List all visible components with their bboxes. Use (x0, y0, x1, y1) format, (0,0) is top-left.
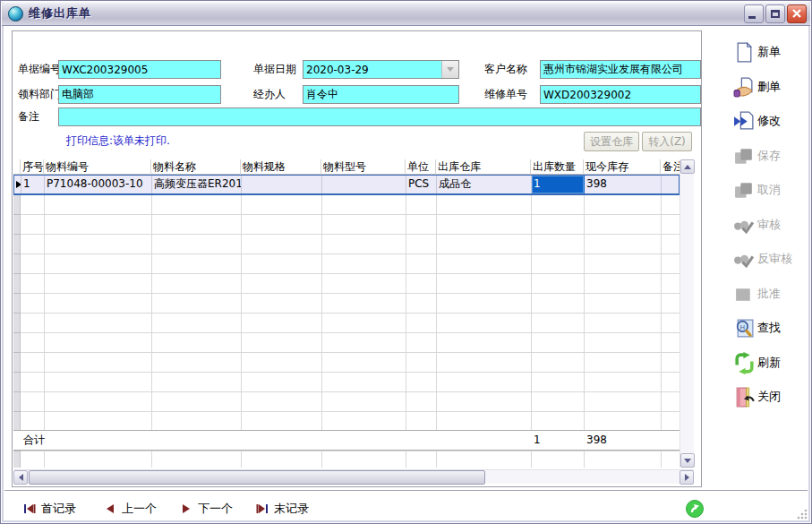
titlebar[interactable]: 维修出库单 (2, 2, 810, 26)
cell-seq[interactable]: 1 (21, 176, 45, 193)
previous-record-icon (103, 502, 117, 516)
cell-remark[interactable] (662, 176, 680, 193)
horizontal-scroll-thumb[interactable] (29, 470, 485, 485)
repair-no-field[interactable] (540, 85, 701, 104)
footer-sync-button[interactable] (685, 499, 705, 519)
unaudit-icon (733, 248, 756, 271)
cell-stock[interactable]: 398 (585, 176, 662, 193)
department-field[interactable] (58, 85, 221, 104)
header-gutter (13, 159, 21, 175)
col-header-qty[interactable]: 出库数量 (531, 159, 584, 175)
table-row[interactable]: 1 P71048-00003-10 高频变压器ER201 PCS 成品仓 1 3… (13, 175, 680, 195)
sidebar-audit-button[interactable]: 审核 (733, 211, 808, 238)
nav-last-record[interactable]: 末记录 (255, 499, 309, 519)
doc-no-field[interactable] (58, 60, 221, 79)
doc-date-dropdown-button[interactable] (441, 61, 458, 78)
sidebar-delete-button[interactable]: 删单 (733, 73, 808, 100)
col-header-spec[interactable]: 物料规格 (241, 159, 321, 175)
chevron-down-icon (447, 67, 454, 72)
scroll-up-button[interactable] (680, 159, 695, 174)
sidebar-approve-button[interactable]: 批准 (733, 280, 808, 307)
transfer-button[interactable]: 转入(Z) (642, 132, 692, 151)
sidebar-unaudit-button[interactable]: 反审核 (733, 245, 808, 272)
main-panel: 单据编号 单据日期 客户名称 领料部门 经办人 维修单号 备注 打印信息:该单未… (12, 30, 702, 487)
sidebar-modify-label: 修改 (757, 113, 781, 129)
modify-icon (733, 110, 756, 133)
cancel-icon (733, 179, 756, 202)
department-label: 领料部门 (18, 85, 61, 104)
cell-unit[interactable]: PCS (406, 176, 437, 193)
scroll-right-button[interactable] (680, 470, 694, 485)
scroll-left-button[interactable] (13, 470, 28, 485)
svg-text:H: H (740, 322, 745, 331)
cell-warehouse[interactable]: 成品仓 (437, 176, 532, 193)
next-record-icon (179, 502, 193, 516)
cell-code[interactable]: P71048-00003-10 (45, 176, 152, 193)
cell-model[interactable] (322, 176, 406, 193)
delete-document-icon (733, 76, 756, 99)
maximize-icon (771, 10, 780, 18)
col-header-stock[interactable]: 现今库存 (584, 159, 661, 175)
footer-divider (4, 490, 808, 492)
col-header-model[interactable]: 物料型号 (321, 159, 406, 175)
arrow-left-icon (19, 474, 23, 481)
set-warehouse-button[interactable]: 设置仓库 (584, 132, 639, 151)
sidebar-refresh-button[interactable]: 刷新 (733, 349, 808, 376)
col-header-code[interactable]: 物料编号 (44, 159, 151, 175)
doc-date-field[interactable] (303, 60, 459, 79)
nav-next-record[interactable]: 下一个 (179, 499, 233, 519)
cell-qty-selected[interactable]: 1 (532, 176, 585, 193)
refresh-icon (733, 352, 756, 374)
audit-icon (733, 214, 756, 236)
close-button[interactable] (787, 4, 807, 23)
minimize-button[interactable] (744, 4, 764, 23)
vertical-scrollbar[interactable] (680, 159, 694, 468)
remark-field[interactable] (58, 107, 701, 126)
resize-grip[interactable] (796, 508, 808, 520)
nav-first-record[interactable]: 首记录 (22, 499, 76, 519)
nav-first-label: 首记录 (41, 501, 76, 517)
sidebar-new-label: 新单 (757, 44, 781, 60)
sidebar-refresh-label: 刷新 (757, 355, 781, 371)
app-window: 维修出库单 单据编号 单据日期 客户名称 领料部门 经办人 维修单号 备注 (0, 0, 812, 524)
sidebar-modify-button[interactable]: 修改 (733, 107, 808, 134)
first-record-icon (22, 502, 37, 516)
nav-previous-label: 上一个 (122, 501, 157, 517)
table-empty-grid (13, 195, 680, 468)
sidebar-audit-label: 审核 (757, 217, 781, 233)
window-title: 维修出库单 (29, 5, 91, 21)
sidebar-close-button[interactable]: 关闭 (733, 383, 808, 410)
horizontal-scrollbar[interactable] (13, 469, 694, 484)
customer-field[interactable] (540, 60, 701, 79)
col-header-remark[interactable]: 备注 (661, 159, 680, 175)
sidebar-new-button[interactable]: 新单 (733, 39, 808, 65)
col-header-warehouse[interactable]: 出库仓库 (436, 159, 531, 175)
close-door-icon (733, 386, 756, 408)
col-header-name[interactable]: 物料名称 (151, 159, 241, 175)
col-header-unit[interactable]: 单位 (406, 159, 436, 175)
col-header-seq[interactable]: 序号 (21, 159, 44, 175)
minimize-icon (748, 16, 756, 19)
last-record-icon (255, 502, 269, 516)
save-icon (733, 145, 756, 168)
sidebar-save-button[interactable]: 保存 (733, 142, 808, 169)
handler-field[interactable] (303, 85, 459, 104)
sidebar-approve-label: 批准 (757, 286, 781, 302)
repair-no-label: 维修单号 (484, 85, 527, 104)
customer-label: 客户名称 (484, 60, 527, 79)
sidebar-delete-label: 删单 (757, 79, 781, 95)
arrow-down-icon (684, 459, 691, 463)
close-icon (788, 5, 806, 22)
cell-spec[interactable] (242, 176, 322, 193)
doc-date-combo[interactable] (303, 60, 459, 79)
scroll-down-button[interactable] (680, 453, 695, 468)
total-stock: 398 (584, 431, 661, 451)
app-sphere-icon (8, 6, 23, 21)
total-label: 合计 (21, 431, 56, 451)
maximize-button[interactable] (765, 4, 785, 23)
sidebar-cancel-button[interactable]: 取消 (733, 176, 808, 203)
cell-name[interactable]: 高频变压器ER201 (152, 176, 242, 193)
sidebar-find-button[interactable]: H 查找 (733, 314, 808, 341)
green-arrow-icon (685, 499, 705, 519)
nav-previous-record[interactable]: 上一个 (103, 499, 157, 519)
